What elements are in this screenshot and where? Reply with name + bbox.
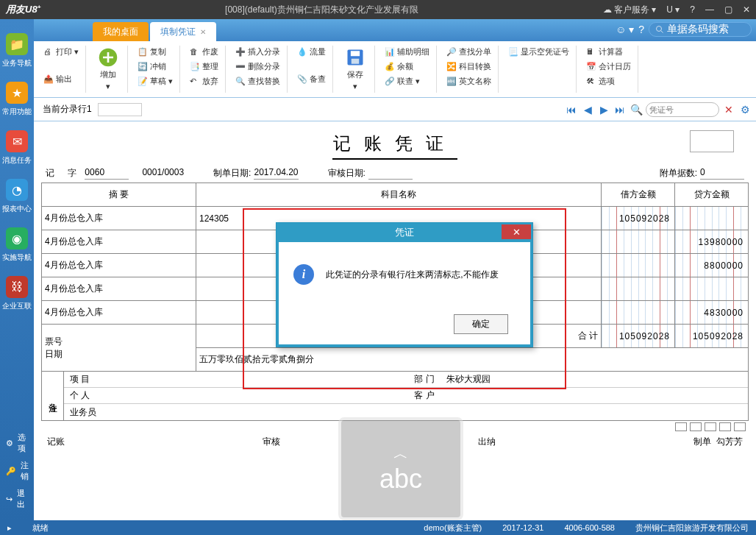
ime-chevron-icon: ︿ xyxy=(393,444,408,464)
close-icon[interactable]: ✕ xyxy=(740,4,753,15)
tb-options[interactable]: 🛠选项 xyxy=(584,75,633,88)
cell-summary[interactable]: 4月份总仓入库 xyxy=(42,207,196,230)
insert-icon: ➕ xyxy=(235,47,246,57)
minimize-icon[interactable]: — xyxy=(702,4,717,15)
sidebar-exit[interactable]: ↪退出 xyxy=(0,485,34,513)
sidebar-biz-nav[interactable]: 📁业务导航 xyxy=(0,26,34,75)
si5[interactable] xyxy=(734,422,746,431)
help-icon[interactable]: ? xyxy=(687,4,698,15)
search-icon xyxy=(655,25,664,34)
tb-add[interactable]: 增加 ▾ xyxy=(93,46,123,93)
tb-calc[interactable]: 🖩计算器 xyxy=(584,46,633,58)
sb-ready: 就绪 xyxy=(29,522,51,534)
ok-button[interactable]: 确定 xyxy=(454,314,508,334)
tb-acct-switch[interactable]: 🔀科目转换 xyxy=(444,60,493,73)
cell-debit[interactable] xyxy=(602,254,675,277)
ticket-no-label: 票号 xyxy=(45,336,63,347)
find-icon: 🔍 xyxy=(235,77,246,87)
tb-aux[interactable]: 📊辅助明细 xyxy=(382,46,432,58)
remark-label: 备注 xyxy=(42,372,64,420)
current-line-label: 当前分录行1 xyxy=(43,103,92,116)
tb-output[interactable]: 📤输出 xyxy=(41,73,81,85)
tb-delete-line[interactable]: ➖删除分录 xyxy=(233,60,282,73)
help2-icon[interactable]: ? xyxy=(638,24,644,35)
sidebar-report[interactable]: ◔报表中心 xyxy=(0,172,34,221)
tb-copy[interactable]: 📋复制 xyxy=(135,46,175,58)
nav-last-icon[interactable]: ⏭ xyxy=(613,103,627,116)
nav-gear-icon[interactable]: ⚙ xyxy=(738,103,752,116)
si1[interactable] xyxy=(675,422,687,431)
tb-tidy[interactable]: 📑整理 xyxy=(188,60,221,73)
maximize-icon[interactable]: ▢ xyxy=(721,4,735,15)
tb-linked[interactable]: 🔗联查 ▾ xyxy=(382,75,432,88)
tb-eng-name[interactable]: 🔤英文名称 xyxy=(444,75,493,88)
nav-next-icon[interactable]: ▶ xyxy=(597,103,610,116)
tb-backup[interactable]: 📎备查 xyxy=(295,73,328,85)
current-line-input[interactable] xyxy=(98,103,142,116)
tb-print[interactable]: 🖨打印 ▾ xyxy=(41,46,81,58)
compass-icon: ◉ xyxy=(6,227,28,249)
sidebar-msg[interactable]: ✉消息任务 xyxy=(0,124,34,172)
si2[interactable] xyxy=(690,422,702,431)
cell-credit[interactable] xyxy=(675,207,749,230)
dialog-voucher: 凭证 ✕ i 此凭证的分录有银行/往来两清标志,不能作废 确定 xyxy=(276,222,533,347)
cell-summary[interactable]: 4月份总仓入库 xyxy=(42,230,196,254)
tab-voucher[interactable]: 填制凭证✕ xyxy=(150,22,216,41)
nav-prev-icon[interactable]: ◀ xyxy=(581,103,594,116)
statusbar: ▸ 就绪 demo(账套主管) 2017-12-31 4006-600-588 … xyxy=(0,520,756,535)
cell-summary[interactable]: 4月份总仓入库 xyxy=(42,301,196,325)
tb-find-replace[interactable]: 🔍查找替换 xyxy=(233,75,282,88)
tb-show-empty[interactable]: 📃显示空凭证号 xyxy=(506,46,571,58)
cell-credit[interactable]: 4830000 xyxy=(675,301,749,325)
cell-credit[interactable]: 13980000 xyxy=(675,230,749,254)
copy-icon: 📋 xyxy=(138,47,148,57)
svg-point-0 xyxy=(657,26,662,32)
sidebar-options[interactable]: ⚙选项 xyxy=(0,429,34,457)
barcode-search[interactable]: 单据条码搜索 xyxy=(649,22,752,37)
cell-credit[interactable] xyxy=(675,277,749,301)
voucher-no: 0060 xyxy=(85,167,129,180)
tb-insert-line[interactable]: ➕插入分录 xyxy=(233,46,282,58)
tb-abandon[interactable]: ↶放弃 xyxy=(188,75,221,88)
cell-summary[interactable]: 4月份总仓入库 xyxy=(42,277,196,301)
nav-clear-icon[interactable]: ✕ xyxy=(722,103,735,116)
tb-flow[interactable]: 💧流量 xyxy=(295,46,328,58)
tb-find-doc[interactable]: 🔎查找分单 xyxy=(444,46,493,58)
cell-debit[interactable] xyxy=(602,230,675,254)
sig-audit: 审核 xyxy=(263,436,280,448)
tab-close-icon[interactable]: ✕ xyxy=(200,28,206,36)
folder-icon: 📁 xyxy=(6,33,28,55)
tb-void[interactable]: 🗑作废 xyxy=(188,46,221,58)
nav-search-icon[interactable]: 🔍 xyxy=(630,103,643,116)
cell-debit[interactable] xyxy=(602,277,675,301)
customer-service-link[interactable]: ☁ 客户服务 ▾ xyxy=(600,4,660,16)
sidebar-common[interactable]: ★常用功能 xyxy=(0,75,34,124)
chinese-amount: 五万零玖佰贰拾元零贰角捌分 xyxy=(196,348,749,372)
sidebar-logout[interactable]: 🔑注销 xyxy=(0,457,34,485)
tb-reverse[interactable]: 🔄冲销 xyxy=(135,60,175,73)
doc-title: 记账凭证 xyxy=(41,132,749,155)
voucher-no-search[interactable] xyxy=(646,102,719,117)
tb-draft[interactable]: 📝草稿 ▾ xyxy=(135,75,175,88)
sidebar-ent[interactable]: ⛓企业互联 xyxy=(0,269,34,318)
tb-calendar[interactable]: 📅会计日历 xyxy=(584,60,633,73)
cell-debit[interactable]: 105092028 xyxy=(602,207,675,230)
si3[interactable] xyxy=(705,422,716,431)
cell-summary[interactable]: 4月份总仓入库 xyxy=(42,254,196,277)
svg-line-1 xyxy=(661,31,663,33)
u-menu[interactable]: U ▾ xyxy=(663,4,682,15)
tab-desktop[interactable]: 我的桌面 xyxy=(93,22,149,41)
sb-user: demo(账套主管) xyxy=(421,522,485,534)
tb-save[interactable]: 保存 ▾ xyxy=(340,46,370,93)
dept-val: 朱砂大观园 xyxy=(446,373,748,386)
logo: 用友U8+ xyxy=(3,3,43,16)
smile-icon[interactable]: ☺ ▾ xyxy=(616,24,634,35)
sidebar-impl[interactable]: ◉实施导航 xyxy=(0,221,34,269)
cell-credit[interactable]: 8800000 xyxy=(675,254,749,277)
link-icon: ⛓ xyxy=(6,276,28,298)
cell-debit[interactable] xyxy=(602,301,675,325)
nav-first-icon[interactable]: ⏮ xyxy=(565,103,578,116)
dialog-close-button[interactable]: ✕ xyxy=(502,224,531,239)
si4[interactable] xyxy=(719,422,731,431)
tb-balance[interactable]: 💰余额 xyxy=(382,60,432,73)
